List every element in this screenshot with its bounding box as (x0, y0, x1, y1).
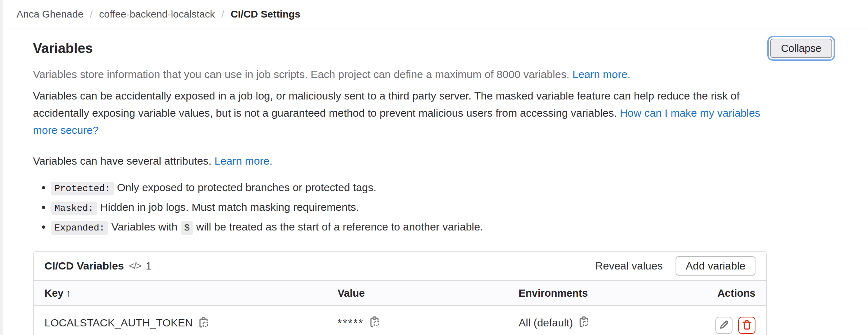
edit-variable-button[interactable] (715, 317, 733, 334)
breadcrumb: Anca Ghenade / coffee-backend-localstack… (0, 0, 868, 29)
variable-description: LocalStack Auth Token (44, 333, 338, 335)
attributes-learn-more-link[interactable]: Learn more. (214, 155, 272, 167)
settings-page: Variables Collapse Variables store infor… (33, 39, 839, 335)
copy-icon (578, 323, 590, 329)
list-item-protected: Protected: Only exposed to protected bra… (51, 180, 839, 196)
column-header-environments: Environments (519, 287, 674, 299)
list-item-masked: Masked: Hidden in job logs. Must match m… (51, 200, 839, 215)
reveal-values-button[interactable]: Reveal values (595, 260, 663, 272)
copy-icon (198, 324, 209, 329)
variables-count: 1 (146, 260, 152, 272)
expanded-description-before: Variables with (111, 221, 178, 233)
column-header-value: Value (338, 287, 519, 299)
copy-key-button[interactable] (198, 317, 209, 328)
add-variable-button[interactable]: Add variable (676, 256, 755, 276)
expanded-description-after: will be treated as the start of a refere… (196, 221, 483, 233)
variable-masked-value: ***** (338, 317, 364, 329)
variables-description: Variables store information that you can… (33, 66, 768, 83)
variables-description-text: Variables store information that you can… (33, 68, 569, 80)
copy-icon (369, 323, 380, 329)
delete-variable-button[interactable] (738, 317, 755, 334)
attributes-intro: Variables can have several attributes. L… (33, 152, 768, 170)
variables-table-header: Key↑ Value Environments Actions (34, 280, 766, 306)
masked-description: Hidden in job logs. Must match masking r… (100, 201, 359, 213)
variable-key: LOCALSTACK_AUTH_TOKEN (44, 317, 193, 329)
breadcrumb-item-current: CI/CD Settings (231, 9, 300, 20)
key-header-label: Key (44, 287, 63, 299)
expanded-code-label: Expanded: (51, 221, 108, 235)
collapsed-sidebar-edge (0, 0, 3, 335)
pencil-icon (719, 320, 729, 331)
card-title: CI/CD Variables (44, 260, 124, 272)
masked-code-label: Masked: (51, 202, 97, 215)
page-title: Variables (33, 40, 93, 57)
variables-section-header: Variables Collapse (33, 39, 839, 58)
breadcrumb-item-project[interactable]: coffee-backend-localstack (99, 9, 215, 20)
breadcrumb-separator: / (221, 9, 224, 20)
copy-environments-button[interactable] (578, 316, 590, 327)
list-item-expanded: Expanded: Variables with $ will be treat… (51, 220, 839, 235)
column-header-actions: Actions (674, 287, 755, 299)
cicd-variables-card: CI/CD Variables </> 1 Reveal values Add … (33, 251, 767, 335)
copy-value-button[interactable] (369, 316, 380, 327)
learn-more-link[interactable]: Learn more. (572, 68, 630, 80)
collapse-button[interactable]: Collapse (770, 39, 832, 58)
code-icon: </> (129, 261, 141, 272)
column-header-key[interactable]: Key↑ (44, 287, 338, 299)
dollar-code-label: $ (181, 221, 194, 235)
variable-environments: All (default) (519, 317, 573, 329)
protected-description: Only exposed to protected branches or pr… (117, 181, 376, 193)
trash-icon (741, 320, 752, 331)
breadcrumb-item-user[interactable]: Anca Ghenade (16, 9, 84, 20)
cicd-variables-card-header: CI/CD Variables </> 1 Reveal values Add … (34, 252, 766, 280)
protected-code-label: Protected: (51, 182, 114, 195)
attributes-intro-text: Variables can have several attributes. (33, 155, 211, 167)
sort-ascending-icon: ↑ (66, 287, 71, 299)
table-row: LOCALSTACK_AUTH_TOKEN LocalStack Auth To… (34, 306, 766, 335)
masking-warning: Variables can be accidentally exposed in… (33, 87, 768, 139)
attributes-list: Protected: Only exposed to protected bra… (33, 180, 839, 235)
breadcrumb-separator: / (90, 9, 93, 20)
